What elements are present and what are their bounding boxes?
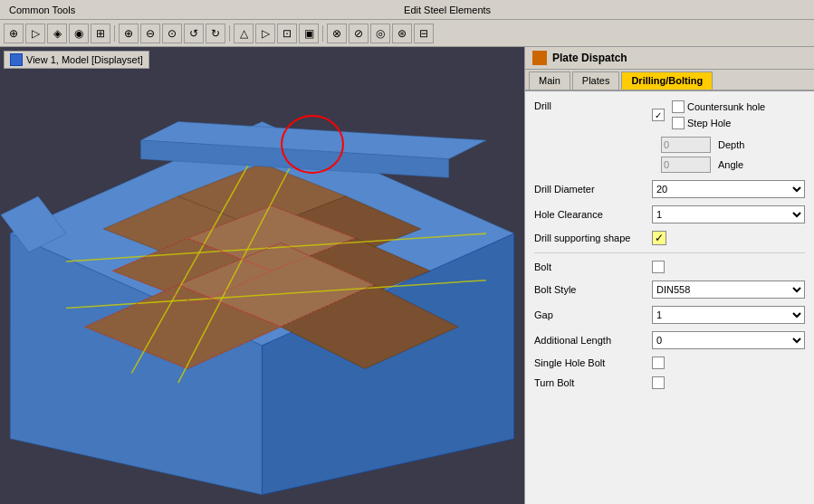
toolbar-btn-12[interactable]: ▷ <box>255 24 275 43</box>
panel-content: Drill ✓ Countersunk hole Step Hole <box>525 91 814 504</box>
separator-2 <box>229 25 230 42</box>
turn-bolt-row: Turn Bolt <box>534 376 805 389</box>
tab-drilling-bolting[interactable]: Drilling/Bolting <box>621 71 713 90</box>
additional-length-select[interactable]: 0 5 10 <box>652 331 805 349</box>
additional-length-control: 0 5 10 <box>652 331 805 349</box>
drill-diameter-label: Drill Diameter <box>534 184 652 195</box>
angle-row: Angle <box>661 157 805 173</box>
top-bar: Common Tools Edit Steel Elements <box>0 0 814 20</box>
toolbar-btn-4[interactable]: ◉ <box>69 24 89 43</box>
drill-diameter-select[interactable]: 20 16 24 <box>652 180 805 198</box>
toolbar-btn-5[interactable]: ⊞ <box>91 24 110 43</box>
toolbar-btn-7[interactable]: ⊖ <box>140 24 160 43</box>
depth-row: Depth <box>661 137 805 153</box>
tab-plates[interactable]: Plates <box>572 71 620 90</box>
panel-title: Plate Dispatch <box>552 52 627 64</box>
toolbar-btn-11[interactable]: △ <box>234 24 254 43</box>
bolt-style-row: Bolt Style DIN558 DIN931 ISO4014 <box>534 281 805 299</box>
viewport-title: View 1, Model [Displayset] <box>4 51 149 69</box>
drill-controls: ✓ Countersunk hole Step Hole <box>652 100 765 129</box>
countersunk-label: Countersunk hole <box>687 101 765 112</box>
toolbar-btn-3[interactable]: ◈ <box>47 24 67 43</box>
toolbar-btn-2[interactable]: ▷ <box>25 24 45 43</box>
viewport-title-text: View 1, Model [Displayset] <box>26 54 143 65</box>
drill-checkbox[interactable]: ✓ <box>652 109 665 121</box>
hole-clearance-label: Hole Clearance <box>534 209 652 220</box>
angle-input[interactable] <box>661 157 711 173</box>
drill-supporting-checkbox[interactable]: ✓ <box>652 231 666 245</box>
single-hole-bolt-label: Single Hole Bolt <box>534 357 652 368</box>
toolbar-btn-16[interactable]: ⊘ <box>349 24 369 43</box>
toolbar-btn-10[interactable]: ↻ <box>206 24 225 43</box>
tab-main[interactable]: Main <box>529 71 570 90</box>
single-hole-bolt-row: Single Hole Bolt <box>534 357 805 369</box>
bolt-row: Bolt <box>534 261 805 273</box>
toolbar-btn-1[interactable]: ⊕ <box>4 24 24 43</box>
angle-label: Angle <box>718 159 743 170</box>
toolbar-btn-13[interactable]: ⊡ <box>277 24 297 43</box>
toolbar: ⊕ ▷ ◈ ◉ ⊞ ⊕ ⊖ ⊙ ↺ ↻ △ ▷ ⊡ ▣ ⊗ ⊘ ◎ ⊛ ⊟ <box>0 20 814 47</box>
bolt-style-select[interactable]: DIN558 DIN931 ISO4014 <box>652 281 805 299</box>
drill-options: Countersunk hole Step Hole <box>672 100 765 129</box>
bolt-label: Bolt <box>534 262 652 272</box>
viewport[interactable]: View 1, Model [Displayset] <box>0 47 524 504</box>
drill-row: Drill ✓ Countersunk hole Step Hole <box>534 100 805 129</box>
viewport-icon <box>10 53 23 66</box>
bolt-style-control: DIN558 DIN931 ISO4014 <box>652 281 805 299</box>
toolbar-btn-19[interactable]: ⊟ <box>414 24 434 43</box>
drill-diameter-control: 20 16 24 <box>652 180 805 198</box>
bolt-style-label: Bolt Style <box>534 284 652 295</box>
gap-label: Gap <box>534 309 652 320</box>
common-tools-label: Common Tools <box>4 5 81 15</box>
tab-bar: Main Plates Drilling/Bolting <box>525 70 814 91</box>
single-hole-bolt-checkbox[interactable] <box>652 357 665 369</box>
gap-select[interactable]: 1 2 3 <box>652 306 805 324</box>
separator-3 <box>322 25 323 42</box>
hole-clearance-row: Hole Clearance 1 2 3 <box>534 205 805 223</box>
scene-viewport[interactable] <box>0 47 524 504</box>
gap-control: 1 2 3 <box>652 306 805 324</box>
step-hole-label: Step Hole <box>687 118 731 128</box>
toolbar-btn-6[interactable]: ⊕ <box>119 24 139 43</box>
panel-icon <box>532 51 547 65</box>
step-hole-checkbox[interactable] <box>672 117 685 129</box>
depth-angle-section: Depth Angle <box>661 137 805 173</box>
drill-diameter-row: Drill Diameter 20 16 24 <box>534 180 805 198</box>
gap-row: Gap 1 2 3 <box>534 306 805 324</box>
separator-1 <box>114 25 115 42</box>
drill-supporting-label: Drill supporting shape <box>534 233 652 243</box>
toolbar-btn-8[interactable]: ⊙ <box>162 24 182 43</box>
step-hole-item: Step Hole <box>672 117 765 129</box>
right-panel: Plate Dispatch Main Plates Drilling/Bolt… <box>524 47 814 504</box>
hole-clearance-select[interactable]: 1 2 3 <box>652 205 805 223</box>
turn-bolt-label: Turn Bolt <box>534 377 652 388</box>
toolbar-btn-14[interactable]: ▣ <box>299 24 319 43</box>
toolbar-btn-18[interactable]: ⊛ <box>392 24 412 43</box>
depth-input[interactable] <box>661 137 711 153</box>
additional-length-label: Additional Length <box>534 335 652 346</box>
bolt-checkbox[interactable] <box>652 261 665 273</box>
turn-bolt-checkbox[interactable] <box>652 376 665 389</box>
hole-clearance-control: 1 2 3 <box>652 205 805 223</box>
depth-label: Depth <box>718 139 744 150</box>
edit-steel-label: Edit Steel Elements <box>84 5 810 15</box>
toolbar-btn-15[interactable]: ⊗ <box>327 24 347 43</box>
section-divider-1 <box>534 252 805 253</box>
panel-title-bar: Plate Dispatch <box>525 47 814 70</box>
additional-length-row: Additional Length 0 5 10 <box>534 331 805 349</box>
countersunk-checkbox[interactable] <box>672 100 685 113</box>
toolbar-btn-9[interactable]: ↺ <box>184 24 204 43</box>
toolbar-btn-17[interactable]: ◎ <box>370 24 390 43</box>
drill-label: Drill <box>534 100 652 111</box>
main-area: View 1, Model [Displayset] <box>0 47 814 504</box>
countersunk-item: Countersunk hole <box>672 100 765 113</box>
drill-supporting-row: Drill supporting shape ✓ <box>534 231 805 245</box>
